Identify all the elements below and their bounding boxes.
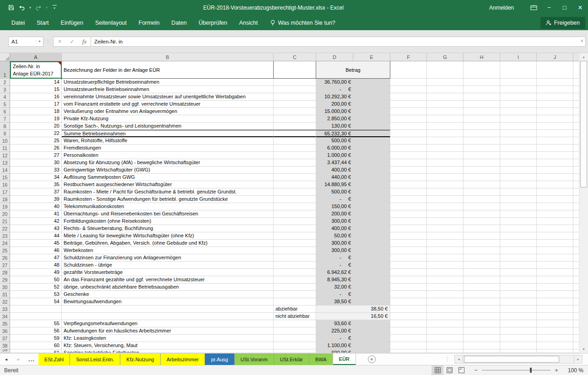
cell-empty[interactable] xyxy=(537,86,573,93)
cell-line-number[interactable]: 45 xyxy=(10,240,62,247)
cell-empty[interactable] xyxy=(537,269,573,276)
cell-amount[interactable]: 440,00 € xyxy=(316,174,390,181)
cell-amount[interactable]: 300,00 € xyxy=(316,247,390,254)
cell-empty[interactable] xyxy=(537,101,573,108)
cell-empty[interactable] xyxy=(427,196,464,203)
cell-empty[interactable] xyxy=(537,145,573,152)
cell-empty[interactable] xyxy=(427,181,464,188)
ribbon-tab-überprüfen[interactable]: Überprüfen xyxy=(193,15,233,30)
cell-note[interactable] xyxy=(274,291,316,298)
row-header-19[interactable]: 19 xyxy=(0,203,10,210)
cell-description[interactable]: Fortbildungskosten (ohne Reisekosten) xyxy=(62,218,274,225)
cell-empty[interactable] xyxy=(390,240,427,247)
cell-note[interactable] xyxy=(274,86,316,93)
cell-empty[interactable] xyxy=(427,101,464,108)
cell-line-number[interactable]: 49 xyxy=(10,269,62,276)
undo-icon[interactable] xyxy=(17,3,27,13)
cell-amount[interactable]: 1.000,00 € xyxy=(316,152,390,159)
cell-amount[interactable]: - € xyxy=(316,196,390,203)
cell-empty[interactable] xyxy=(500,335,537,342)
cell-note[interactable] xyxy=(274,79,316,86)
vertical-scrollbar-thumb[interactable] xyxy=(580,61,587,188)
enter-icon[interactable]: ✓ xyxy=(66,38,78,45)
cell-line-number[interactable] xyxy=(10,305,62,313)
cell-empty[interactable] xyxy=(390,93,427,101)
cell-empty[interactable] xyxy=(390,137,427,145)
cell-empty[interactable] xyxy=(464,108,500,115)
sheet-tab-pr.Ausg[interactable]: pr.Ausg xyxy=(205,354,234,365)
cell-empty[interactable] xyxy=(537,254,573,262)
cell-empty[interactable] xyxy=(537,123,573,130)
ribbon-tab-start[interactable]: Start xyxy=(31,15,54,30)
cell-empty[interactable] xyxy=(537,313,573,320)
cell-amount[interactable]: 14.880,95 € xyxy=(316,181,390,188)
row-header-16[interactable]: 16 xyxy=(0,181,10,188)
cell-amount[interactable]: - € xyxy=(316,335,390,342)
cell-empty[interactable] xyxy=(464,298,500,305)
cell-empty[interactable] xyxy=(500,276,537,284)
cell-empty[interactable] xyxy=(537,225,573,232)
cell-empty[interactable] xyxy=(390,123,427,130)
row-header-24[interactable]: 24 xyxy=(0,240,10,247)
cell-amount[interactable]: 300,00 € xyxy=(316,218,390,225)
cell-empty[interactable] xyxy=(427,210,464,218)
cell-line-number[interactable]: 37 xyxy=(10,188,62,196)
cell-empty[interactable] xyxy=(500,269,537,276)
cell-line-number[interactable]: 34 xyxy=(10,174,62,181)
cell-empty[interactable] xyxy=(537,188,573,196)
undo-caret-icon[interactable]: ▾ xyxy=(28,6,32,10)
column-header-G[interactable]: G xyxy=(427,53,464,61)
cell-empty[interactable] xyxy=(500,166,537,174)
cell-empty[interactable] xyxy=(464,218,500,225)
row-header-27[interactable]: 27 xyxy=(0,262,10,269)
row-header-25[interactable]: 25 xyxy=(0,247,10,254)
cell-empty[interactable] xyxy=(464,130,500,137)
ribbon-display-options-icon[interactable] xyxy=(526,0,541,15)
zoom-level[interactable]: 100 % xyxy=(563,367,583,374)
cell-empty[interactable] xyxy=(464,313,500,320)
row-header-13[interactable]: 13 xyxy=(0,159,10,166)
cell-empty[interactable] xyxy=(537,305,573,313)
row-header-17[interactable]: 17 xyxy=(0,188,10,196)
cell-empty[interactable] xyxy=(500,196,537,203)
cell-note[interactable] xyxy=(274,166,316,174)
cell-C1[interactable] xyxy=(274,61,316,79)
cell-empty[interactable] xyxy=(427,225,464,232)
cell-empty[interactable] xyxy=(464,284,500,291)
cell-note[interactable] xyxy=(274,232,316,240)
row-header-32[interactable]: 32 xyxy=(0,298,10,305)
cell-empty[interactable] xyxy=(390,335,427,342)
cell-empty[interactable] xyxy=(464,174,500,181)
cell-amount[interactable]: 500,00 € xyxy=(316,137,390,145)
cell-empty[interactable] xyxy=(427,61,464,79)
cell-empty[interactable] xyxy=(537,130,573,137)
cell-empty[interactable] xyxy=(390,269,427,276)
cell-note[interactable] xyxy=(274,240,316,247)
cell-empty[interactable] xyxy=(500,210,537,218)
cell-empty[interactable] xyxy=(500,284,537,291)
cell-empty[interactable] xyxy=(427,284,464,291)
cell-description[interactable]: Rechts- & Steuerberatung, Buchführung xyxy=(62,225,274,232)
cell-amount[interactable]: 6.000,00 € xyxy=(316,145,390,152)
cell-empty[interactable] xyxy=(427,335,464,342)
column-header-F[interactable]: F xyxy=(390,53,427,61)
sheet-nav-left-icon[interactable]: ◂ xyxy=(0,354,12,365)
cell-description[interactable] xyxy=(62,305,274,313)
cell-description[interactable]: Geringwertige Wirtschaftsgüter (GWG) xyxy=(62,166,274,174)
cell-empty[interactable] xyxy=(464,86,500,93)
cell-line-number[interactable]: 43 xyxy=(10,225,62,232)
cell-empty[interactable] xyxy=(427,240,464,247)
cell-empty[interactable] xyxy=(537,291,573,298)
cell-description[interactable] xyxy=(62,313,274,320)
cell-description[interactable]: Umsatzsteuerpflichtige Betriebseinnahmen xyxy=(62,79,274,86)
cell-amount[interactable]: - € xyxy=(316,86,390,93)
cell-line-number[interactable]: 30 xyxy=(10,159,62,166)
cell-note[interactable] xyxy=(274,145,316,152)
cell-amount[interactable]: 130,00 € xyxy=(316,123,390,130)
cell-line-number[interactable]: 40 xyxy=(10,203,62,210)
cell-empty[interactable] xyxy=(500,254,537,262)
cell-description[interactable]: Aufwendungen für ein häusliches Arbeitsz… xyxy=(62,327,274,335)
column-header-A[interactable]: A xyxy=(10,53,62,61)
column-header-J[interactable]: J xyxy=(537,53,573,61)
close-button[interactable]: × xyxy=(572,0,588,15)
